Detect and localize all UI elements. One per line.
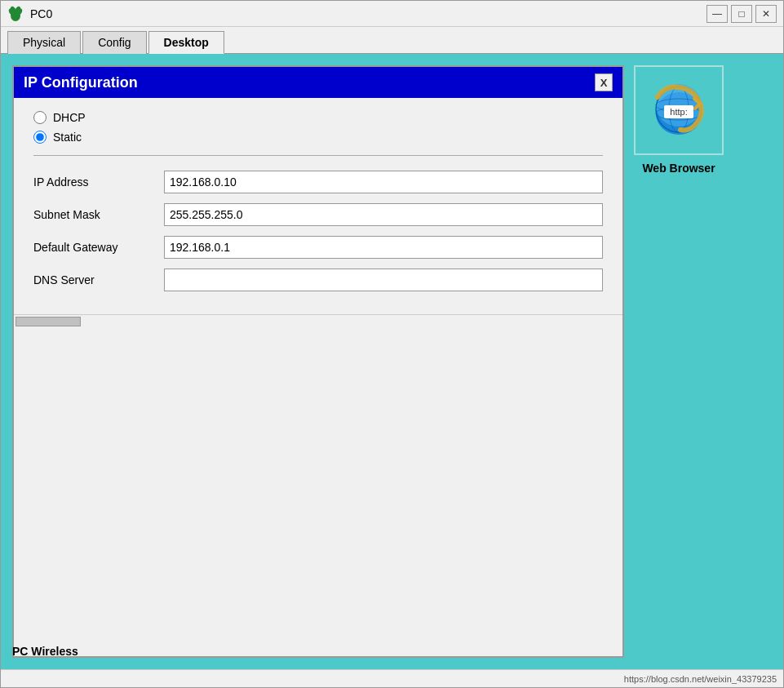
window-title: PC0 — [30, 7, 706, 20]
svg-text:http:: http: — [670, 107, 687, 117]
minimize-button[interactable]: — — [706, 5, 728, 23]
status-url: https://blog.csdn.net/weixin_43379235 — [624, 674, 777, 684]
default-gateway-input[interactable] — [164, 236, 603, 259]
static-option: Static — [33, 131, 603, 144]
ip-address-row: IP Address — [33, 171, 603, 193]
scroll-thumb[interactable] — [16, 317, 81, 326]
globe-svg: http: — [649, 81, 708, 140]
web-browser-label: Web Browser — [642, 162, 715, 175]
dialog-scrollbar — [14, 314, 622, 327]
maximize-button[interactable]: □ — [731, 5, 752, 23]
radio-group: DHCP Static — [33, 111, 603, 144]
dialog-body: DHCP Static IP Address Subnet Mask — [14, 98, 622, 314]
default-gateway-row: Default Gateway — [33, 236, 603, 259]
subnet-mask-input[interactable] — [164, 203, 603, 226]
tab-physical[interactable]: Physical — [7, 31, 81, 54]
web-browser-globe: http: — [649, 81, 708, 140]
web-browser-icon-box[interactable]: http: — [634, 65, 724, 155]
title-bar: PC0 — □ ✕ — [1, 1, 783, 27]
divider — [33, 155, 603, 156]
right-panel: http: Web Browser — [634, 65, 724, 658]
ip-address-input[interactable] — [164, 171, 603, 193]
dhcp-option: DHCP — [33, 111, 603, 124]
subnet-mask-row: Subnet Mask — [33, 203, 603, 226]
ip-address-label: IP Address — [33, 175, 164, 189]
static-radio[interactable] — [33, 131, 47, 144]
status-bar: https://blog.csdn.net/weixin_43379235 — [1, 669, 783, 687]
title-bar-controls: — □ ✕ — [706, 5, 777, 23]
dns-server-row: DNS Server — [33, 269, 603, 291]
dialog-title-bar: IP Configuration X — [14, 67, 622, 98]
app-icon — [7, 6, 24, 22]
dhcp-label: DHCP — [53, 111, 86, 124]
default-gateway-label: Default Gateway — [33, 241, 164, 254]
dhcp-radio[interactable] — [33, 111, 47, 124]
desktop-content: IP Configuration X DHCP Static IP Addr — [1, 54, 783, 669]
dns-server-label: DNS Server — [33, 273, 164, 286]
window-close-button[interactable]: ✕ — [755, 5, 777, 23]
static-label: Static — [53, 131, 82, 144]
dialog-close-button[interactable]: X — [595, 73, 613, 91]
ip-config-dialog: IP Configuration X DHCP Static IP Addr — [12, 65, 624, 658]
dns-server-input[interactable] — [164, 269, 603, 291]
tab-desktop[interactable]: Desktop — [148, 31, 224, 54]
tab-bar: Physical Config Desktop — [1, 27, 783, 54]
tab-config[interactable]: Config — [82, 31, 146, 54]
pc-wireless-label: PC Wireless — [12, 645, 78, 658]
subnet-mask-label: Subnet Mask — [33, 208, 164, 221]
dialog-title: IP Configuration — [24, 74, 138, 91]
main-window: PC0 — □ ✕ Physical Config Desktop IP Con… — [0, 0, 784, 688]
